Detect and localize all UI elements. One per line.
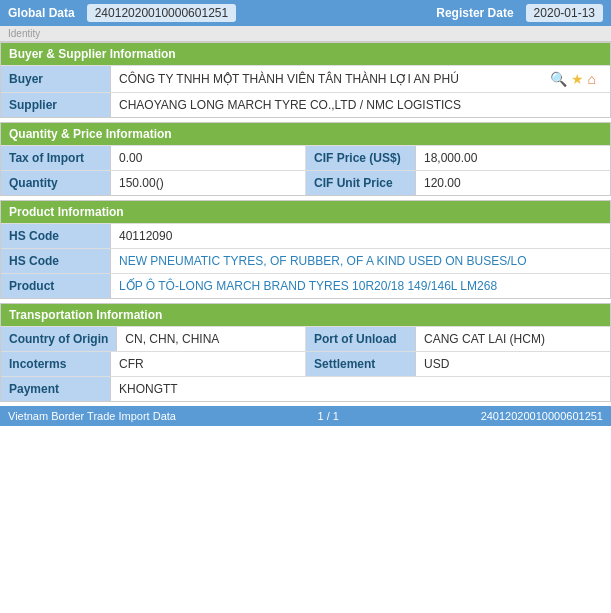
transportation-section: Transportation Information Country of Or… bbox=[0, 303, 611, 402]
supplier-row: Supplier CHAOYANG LONG MARCH TYRE CO.,LT… bbox=[1, 92, 610, 117]
buyer-supplier-section: Buyer & Supplier Information Buyer CÔNG … bbox=[0, 42, 611, 118]
home-icon[interactable]: ⌂ bbox=[588, 71, 596, 87]
footer-right-text: 24012020010000601251 bbox=[481, 410, 603, 422]
tax-value: 0.00 bbox=[111, 146, 305, 170]
product-info-header: Product Information bbox=[1, 201, 610, 223]
country-label: Country of Origin bbox=[1, 327, 117, 351]
settlement-value: USD bbox=[416, 352, 610, 376]
incoterms-label: Incoterms bbox=[1, 352, 111, 376]
hscode2-row: HS Code NEW PNEUMATIC TYRES, OF RUBBER, … bbox=[1, 248, 610, 273]
buyer-row: Buyer CÔNG TY TNHH MỘT THÀNH VIÊN TÂN TH… bbox=[1, 65, 610, 92]
star-icon[interactable]: ★ bbox=[571, 71, 584, 87]
cif-price-label: CIF Price (US$) bbox=[306, 146, 416, 170]
settlement-label: Settlement bbox=[306, 352, 416, 376]
supplier-value: CHAOYANG LONG MARCH TYRE CO.,LTD / NMC L… bbox=[111, 93, 610, 117]
country-value: CN, CHN, CHINA bbox=[117, 327, 305, 351]
hscode1-value: 40112090 bbox=[111, 224, 610, 248]
payment-value: KHONGTT bbox=[111, 377, 610, 401]
port-half: Port of Unload CANG CAT LAI (HCM) bbox=[305, 327, 610, 351]
quantity-cifunit-row: Quantity 150.00() CIF Unit Price 120.00 bbox=[1, 170, 610, 195]
cifprice-half: CIF Price (US$) 18,000.00 bbox=[305, 146, 610, 170]
quantity-label: Quantity bbox=[1, 171, 111, 195]
global-data-label: Global Data bbox=[8, 6, 75, 20]
incoterms-half: Incoterms CFR bbox=[1, 352, 305, 376]
buyer-icons: 🔍 ★ ⌂ bbox=[550, 71, 602, 87]
transportation-header: Transportation Information bbox=[1, 304, 610, 326]
quantity-price-header: Quantity & Price Information bbox=[1, 123, 610, 145]
product-value: LỐP Ô TÔ-LONG MARCH BRAND TYRES 10R20/18… bbox=[111, 274, 610, 298]
product-label: Product bbox=[1, 274, 111, 298]
footer-page-text: 1 / 1 bbox=[318, 410, 339, 422]
payment-row: Payment KHONGTT bbox=[1, 376, 610, 401]
port-value: CANG CAT LAI (HCM) bbox=[416, 327, 610, 351]
cifunit-half: CIF Unit Price 120.00 bbox=[305, 171, 610, 195]
cif-price-value: 18,000.00 bbox=[416, 146, 610, 170]
country-port-row: Country of Origin CN, CHN, CHINA Port of… bbox=[1, 326, 610, 351]
country-half: Country of Origin CN, CHN, CHINA bbox=[1, 327, 305, 351]
register-date-value: 2020-01-13 bbox=[526, 4, 603, 22]
tax-cifprice-row: Tax of Import 0.00 CIF Price (US$) 18,00… bbox=[1, 145, 610, 170]
hscode2-value: NEW PNEUMATIC TYRES, OF RUBBER, OF A KIN… bbox=[111, 249, 610, 273]
product-row: Product LỐP Ô TÔ-LONG MARCH BRAND TYRES … bbox=[1, 273, 610, 298]
payment-label: Payment bbox=[1, 377, 111, 401]
cif-unit-value: 120.00 bbox=[416, 171, 610, 195]
buyer-label: Buyer bbox=[1, 66, 111, 92]
register-date-label: Register Date bbox=[436, 6, 513, 20]
global-data-value: 24012020010000601251 bbox=[87, 4, 236, 22]
incoterms-settlement-row: Incoterms CFR Settlement USD bbox=[1, 351, 610, 376]
hscode1-label: HS Code bbox=[1, 224, 111, 248]
footer-left-text: Vietnam Border Trade Import Data bbox=[8, 410, 176, 422]
top-bar: Global Data 24012020010000601251 Registe… bbox=[0, 0, 611, 26]
tax-half: Tax of Import 0.00 bbox=[1, 146, 305, 170]
quantity-price-section: Quantity & Price Information Tax of Impo… bbox=[0, 122, 611, 196]
tax-label: Tax of Import bbox=[1, 146, 111, 170]
settlement-half: Settlement USD bbox=[305, 352, 610, 376]
cif-unit-label: CIF Unit Price bbox=[306, 171, 416, 195]
footer-bar: Vietnam Border Trade Import Data 1 / 1 2… bbox=[0, 406, 611, 426]
buyer-value: CÔNG TY TNHH MỘT THÀNH VIÊN TÂN THÀNH LỢ… bbox=[111, 66, 610, 92]
hscode1-row: HS Code 40112090 bbox=[1, 223, 610, 248]
identity-bar: Identity bbox=[0, 26, 611, 42]
hscode2-label: HS Code bbox=[1, 249, 111, 273]
product-info-section: Product Information HS Code 40112090 HS … bbox=[0, 200, 611, 299]
search-icon[interactable]: 🔍 bbox=[550, 71, 567, 87]
incoterms-value: CFR bbox=[111, 352, 305, 376]
quantity-half: Quantity 150.00() bbox=[1, 171, 305, 195]
supplier-label: Supplier bbox=[1, 93, 111, 117]
buyer-supplier-header: Buyer & Supplier Information bbox=[1, 43, 610, 65]
port-label: Port of Unload bbox=[306, 327, 416, 351]
quantity-value: 150.00() bbox=[111, 171, 305, 195]
